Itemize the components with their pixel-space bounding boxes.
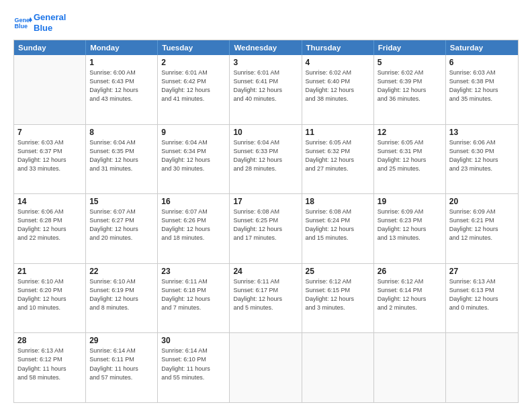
day-cell-13: 13Sunrise: 6:06 AM Sunset: 6:30 PM Dayli… [446,125,518,194]
day-number: 29 [89,336,154,345]
day-info: Sunrise: 6:11 AM Sunset: 6:18 PM Dayligh… [161,277,226,312]
calendar-row-1: 7Sunrise: 6:03 AM Sunset: 6:37 PM Daylig… [14,124,518,194]
header-day-thursday: Thursday [302,40,374,55]
day-info: Sunrise: 6:10 AM Sunset: 6:20 PM Dayligh… [17,277,82,312]
day-cell-21: 21Sunrise: 6:10 AM Sunset: 6:20 PM Dayli… [14,264,86,333]
day-number: 17 [233,197,298,206]
logo: General Blue General Blue [13,12,66,33]
day-cell-27: 27Sunrise: 6:13 AM Sunset: 6:13 PM Dayli… [446,264,518,333]
empty-cell [14,55,86,124]
day-cell-25: 25Sunrise: 6:12 AM Sunset: 6:15 PM Dayli… [302,264,374,333]
day-cell-7: 7Sunrise: 6:03 AM Sunset: 6:37 PM Daylig… [14,125,86,194]
day-number: 15 [89,197,154,206]
empty-cell [302,333,374,402]
day-cell-19: 19Sunrise: 6:09 AM Sunset: 6:23 PM Dayli… [374,194,446,263]
day-number: 12 [378,128,442,137]
page: General Blue General Blue SundayMondayTu… [0,0,532,411]
day-cell-6: 6Sunrise: 6:03 AM Sunset: 6:38 PM Daylig… [446,55,518,124]
day-cell-9: 9Sunrise: 6:04 AM Sunset: 6:34 PM Daylig… [158,125,230,194]
day-number: 8 [89,128,154,137]
day-info: Sunrise: 6:09 AM Sunset: 6:23 PM Dayligh… [378,208,442,242]
day-number: 3 [233,58,298,67]
header: General Blue General Blue [13,12,519,33]
day-info: Sunrise: 6:04 AM Sunset: 6:33 PM Dayligh… [233,138,298,173]
day-cell-8: 8Sunrise: 6:04 AM Sunset: 6:35 PM Daylig… [86,125,158,194]
day-cell-4: 4Sunrise: 6:02 AM Sunset: 6:40 PM Daylig… [302,55,374,124]
day-cell-2: 2Sunrise: 6:01 AM Sunset: 6:42 PM Daylig… [158,55,230,124]
header-day-wednesday: Wednesday [230,40,302,55]
day-cell-17: 17Sunrise: 6:08 AM Sunset: 6:25 PM Dayli… [230,194,302,263]
day-info: Sunrise: 6:04 AM Sunset: 6:35 PM Dayligh… [89,138,154,173]
day-number: 20 [449,197,515,206]
day-info: Sunrise: 6:05 AM Sunset: 6:32 PM Dayligh… [306,138,370,173]
header-day-friday: Friday [374,40,446,55]
logo-icon: General Blue [13,13,32,32]
calendar-body: 1Sunrise: 6:00 AM Sunset: 6:43 PM Daylig… [14,55,518,402]
day-cell-5: 5Sunrise: 6:02 AM Sunset: 6:39 PM Daylig… [374,55,446,124]
day-cell-15: 15Sunrise: 6:07 AM Sunset: 6:27 PM Dayli… [86,194,158,263]
day-cell-20: 20Sunrise: 6:09 AM Sunset: 6:21 PM Dayli… [446,194,518,263]
logo-text: General Blue [34,12,66,33]
day-info: Sunrise: 6:06 AM Sunset: 6:28 PM Dayligh… [17,208,82,242]
day-info: Sunrise: 6:03 AM Sunset: 6:37 PM Dayligh… [17,138,82,173]
day-info: Sunrise: 6:12 AM Sunset: 6:14 PM Dayligh… [378,277,442,312]
day-cell-10: 10Sunrise: 6:04 AM Sunset: 6:33 PM Dayli… [230,125,302,194]
day-info: Sunrise: 6:08 AM Sunset: 6:25 PM Dayligh… [233,208,298,242]
header-day-monday: Monday [86,40,158,55]
day-info: Sunrise: 6:04 AM Sunset: 6:34 PM Dayligh… [161,138,226,173]
day-cell-16: 16Sunrise: 6:07 AM Sunset: 6:26 PM Dayli… [158,194,230,263]
day-cell-18: 18Sunrise: 6:08 AM Sunset: 6:24 PM Dayli… [302,194,374,263]
day-cell-14: 14Sunrise: 6:06 AM Sunset: 6:28 PM Dayli… [14,194,86,263]
day-number: 11 [306,128,370,137]
day-info: Sunrise: 6:07 AM Sunset: 6:26 PM Dayligh… [161,208,226,242]
day-number: 27 [449,267,515,276]
day-info: Sunrise: 6:06 AM Sunset: 6:30 PM Dayligh… [449,138,515,173]
day-cell-26: 26Sunrise: 6:12 AM Sunset: 6:14 PM Dayli… [374,264,446,333]
header-day-tuesday: Tuesday [158,40,230,55]
day-number: 2 [161,58,226,67]
day-info: Sunrise: 6:03 AM Sunset: 6:38 PM Dayligh… [449,68,515,103]
day-number: 10 [233,128,298,137]
calendar-header: SundayMondayTuesdayWednesdayThursdayFrid… [14,40,518,55]
day-info: Sunrise: 6:11 AM Sunset: 6:17 PM Dayligh… [233,277,298,312]
day-number: 28 [17,336,82,345]
day-cell-30: 30Sunrise: 6:14 AM Sunset: 6:10 PM Dayli… [158,333,230,402]
day-number: 16 [161,197,226,206]
day-number: 23 [161,267,226,276]
calendar-row-3: 21Sunrise: 6:10 AM Sunset: 6:20 PM Dayli… [14,263,518,333]
day-number: 9 [161,128,226,137]
empty-cell [446,333,518,402]
day-number: 26 [378,267,442,276]
day-cell-11: 11Sunrise: 6:05 AM Sunset: 6:32 PM Dayli… [302,125,374,194]
day-info: Sunrise: 6:14 AM Sunset: 6:10 PM Dayligh… [161,347,226,381]
day-info: Sunrise: 6:10 AM Sunset: 6:19 PM Dayligh… [89,277,154,312]
day-cell-3: 3Sunrise: 6:01 AM Sunset: 6:41 PM Daylig… [230,55,302,124]
empty-cell [230,333,302,402]
svg-text:Blue: Blue [14,23,28,30]
day-info: Sunrise: 6:02 AM Sunset: 6:39 PM Dayligh… [378,68,442,103]
day-cell-29: 29Sunrise: 6:14 AM Sunset: 6:11 PM Dayli… [86,333,158,402]
header-day-saturday: Saturday [446,40,518,55]
day-number: 5 [378,58,442,67]
calendar-row-2: 14Sunrise: 6:06 AM Sunset: 6:28 PM Dayli… [14,193,518,263]
day-number: 18 [306,197,370,206]
day-number: 7 [17,128,82,137]
calendar-row-4: 28Sunrise: 6:13 AM Sunset: 6:12 PM Dayli… [14,332,518,402]
day-info: Sunrise: 6:14 AM Sunset: 6:11 PM Dayligh… [89,347,154,381]
day-cell-23: 23Sunrise: 6:11 AM Sunset: 6:18 PM Dayli… [158,264,230,333]
day-number: 24 [233,267,298,276]
day-cell-28: 28Sunrise: 6:13 AM Sunset: 6:12 PM Dayli… [14,333,86,402]
day-info: Sunrise: 6:01 AM Sunset: 6:42 PM Dayligh… [161,68,226,103]
day-info: Sunrise: 6:05 AM Sunset: 6:31 PM Dayligh… [378,138,442,173]
day-number: 13 [449,128,515,137]
day-cell-1: 1Sunrise: 6:00 AM Sunset: 6:43 PM Daylig… [86,55,158,124]
day-cell-24: 24Sunrise: 6:11 AM Sunset: 6:17 PM Dayli… [230,264,302,333]
day-info: Sunrise: 6:00 AM Sunset: 6:43 PM Dayligh… [89,68,154,103]
header-day-sunday: Sunday [14,40,86,55]
day-number: 14 [17,197,82,206]
day-number: 22 [89,267,154,276]
day-info: Sunrise: 6:01 AM Sunset: 6:41 PM Dayligh… [233,68,298,103]
day-number: 4 [306,58,370,67]
day-number: 1 [89,58,154,67]
day-cell-12: 12Sunrise: 6:05 AM Sunset: 6:31 PM Dayli… [374,125,446,194]
